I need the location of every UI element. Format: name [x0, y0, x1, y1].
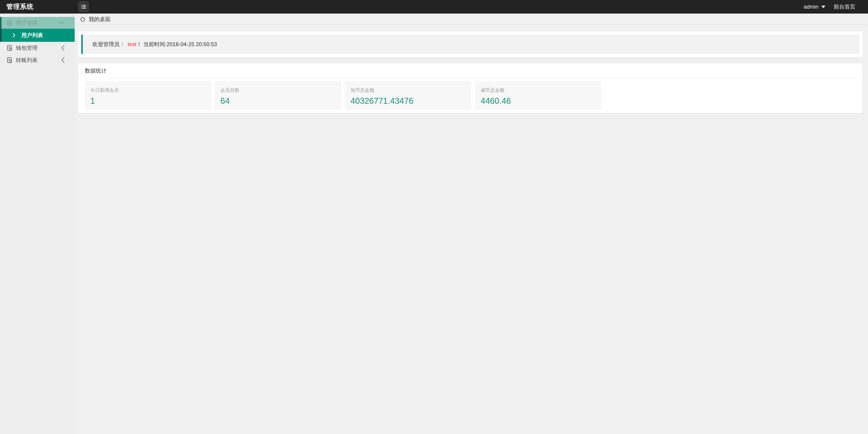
sidebar-group-label: 钱包管理 — [16, 44, 37, 52]
stat-card-value: 40326771.43476 — [350, 96, 471, 106]
sidebar: 用户管理 用户列表 钱包管理 — [0, 13, 75, 434]
breadcrumb-label: 我的桌面 — [89, 15, 111, 23]
document-icon — [6, 20, 13, 26]
topbar: 管理系统 admin 前台首页 — [0, 0, 868, 13]
breadcrumb: 我的桌面 — [75, 13, 868, 25]
welcome-text-suffix: ！ 当前时间:2018-04-25 20:50:53 — [136, 41, 217, 48]
statistics-panel-title: 数据统计 — [78, 64, 863, 78]
main-area: 我的桌面 欢迎管理员： test ！ 当前时间:2018-04-25 20:50… — [75, 13, 868, 434]
stat-card-value: 64 — [220, 96, 341, 106]
stat-card-total-members: 会员总数 64 — [215, 81, 341, 110]
frontend-home-link[interactable]: 前台首页 — [834, 3, 855, 10]
stat-card-label: 今日新增会员 — [90, 87, 211, 93]
document-icon — [6, 44, 13, 51]
stat-card-new-members-today: 今日新增会员 1 — [85, 81, 211, 110]
list-menu-icon — [80, 3, 87, 10]
content: 欢迎管理员： test ！ 当前时间:2018-04-25 20:50:53 数… — [75, 25, 868, 113]
welcome-alert: 欢迎管理员： test ！ 当前时间:2018-04-25 20:50:53 — [81, 35, 859, 54]
stat-card-label: 会员总数 — [220, 87, 341, 93]
chevron-left-icon — [61, 45, 65, 51]
stat-card-label: 加币总金额 — [350, 87, 471, 93]
arrow-right-icon — [12, 33, 16, 38]
welcome-panel: 欢迎管理员： test ！ 当前时间:2018-04-25 20:50:53 — [78, 31, 863, 57]
sidebar-group-label: 用户管理 — [16, 19, 37, 27]
username: admin — [804, 4, 818, 10]
home-icon — [80, 16, 86, 22]
stat-card-total-coin-added: 加币总金额 40326771.43476 — [345, 81, 471, 110]
stat-cards: 今日新增会员 1 会员总数 64 加币总金额 40326771.43476 减币… — [78, 78, 863, 113]
sidebar-item-label: 用户列表 — [21, 32, 43, 39]
user-dropdown[interactable]: admin — [804, 4, 826, 10]
topbar-right: admin 前台首页 — [804, 3, 868, 10]
chevron-down-icon — [58, 21, 65, 25]
sidebar-toggle-button[interactable] — [78, 1, 89, 12]
sidebar-group-user-management[interactable]: 用户管理 — [0, 17, 75, 29]
stat-card-total-coin-deducted: 减币总金额 4460.46 — [475, 81, 601, 110]
stat-card-value: 1 — [90, 96, 211, 106]
statistics-panel: 数据统计 今日新增会员 1 会员总数 64 加币总金额 40326771.434… — [78, 64, 863, 113]
welcome-text-prefix: 欢迎管理员： — [92, 41, 125, 48]
admin-username-text: test — [128, 41, 136, 47]
stat-card-value: 4460.46 — [480, 96, 601, 106]
stat-card-label: 减币总金额 — [480, 87, 601, 93]
caret-down-icon — [821, 6, 826, 8]
sidebar-group-transfer-list[interactable]: 转账列表 — [0, 54, 75, 66]
document-icon — [6, 57, 13, 64]
sidebar-group-label: 转账列表 — [16, 57, 37, 64]
chevron-left-icon — [61, 57, 65, 63]
sidebar-group-wallet-management[interactable]: 钱包管理 — [0, 42, 75, 54]
sidebar-item-user-list[interactable]: 用户列表 — [0, 29, 75, 42]
app-title: 管理系统 — [0, 2, 78, 11]
